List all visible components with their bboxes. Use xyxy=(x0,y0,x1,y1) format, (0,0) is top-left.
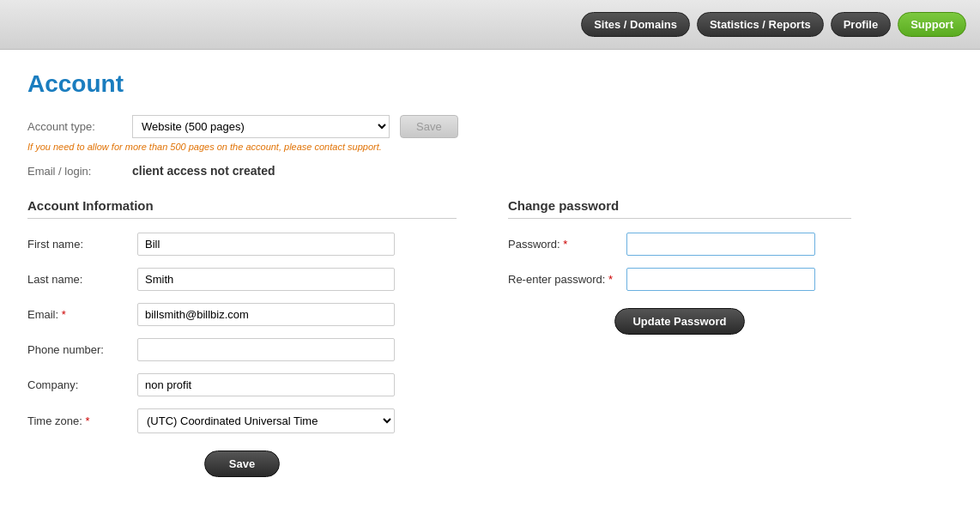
password-label: Password: * xyxy=(508,238,620,251)
first-name-input[interactable] xyxy=(137,233,395,256)
email-login-label: Email / login: xyxy=(27,165,122,178)
account-info-section: Account Information First name: Last nam… xyxy=(27,198,457,477)
top-navigation: Sites / Domains Statistics / Reports Pro… xyxy=(0,0,980,50)
first-name-row: First name: xyxy=(27,233,457,256)
main-content: Account Account type: Website (500 pages… xyxy=(0,50,980,508)
reenter-required-marker: * xyxy=(608,273,613,286)
password-required-marker: * xyxy=(563,238,567,251)
timezone-row: Time zone: * (UTC) Coordinated Universal… xyxy=(27,408,457,433)
last-name-row: Last name: xyxy=(27,268,457,291)
account-type-select[interactable]: Website (500 pages)Website (1000 pages)W… xyxy=(132,115,390,138)
email-row: Email: * xyxy=(27,303,457,326)
update-password-button[interactable]: Update Password xyxy=(614,308,744,335)
account-type-label: Account type: xyxy=(27,120,122,133)
timezone-select[interactable]: (UTC) Coordinated Universal Time (UTC-05… xyxy=(137,408,395,433)
account-info-title: Account Information xyxy=(27,198,457,219)
company-label: Company: xyxy=(27,378,130,391)
phone-input[interactable] xyxy=(137,338,395,361)
reenter-password-input[interactable] xyxy=(626,268,815,291)
company-input[interactable] xyxy=(137,373,395,396)
phone-row: Phone number: xyxy=(27,338,457,361)
sites-domains-button[interactable]: Sites / Domains xyxy=(581,12,690,37)
timezone-required-marker: * xyxy=(85,414,89,427)
password-input[interactable] xyxy=(626,233,815,256)
password-row: Password: * xyxy=(508,233,851,256)
support-button[interactable]: Support xyxy=(898,12,966,37)
two-column-layout: Account Information First name: Last nam… xyxy=(27,198,953,477)
profile-button[interactable]: Profile xyxy=(831,12,891,37)
save-top-button[interactable]: Save xyxy=(400,115,458,138)
phone-label: Phone number: xyxy=(27,343,130,356)
reenter-password-label: Re-enter password: * xyxy=(508,273,620,286)
account-type-row: Account type: Website (500 pages)Website… xyxy=(27,115,953,138)
reenter-password-row: Re-enter password: * xyxy=(508,268,851,291)
email-label: Email: * xyxy=(27,308,130,321)
last-name-input[interactable] xyxy=(137,268,395,291)
statistics-reports-button[interactable]: Statistics / Reports xyxy=(697,12,824,37)
save-bottom-button[interactable]: Save xyxy=(204,451,280,477)
email-login-value: client access not created xyxy=(132,164,275,178)
change-password-section: Change password Password: * Re-enter pas… xyxy=(508,198,851,335)
email-required-marker: * xyxy=(62,308,66,321)
email-login-row: Email / login: client access not created xyxy=(27,164,953,178)
company-row: Company: xyxy=(27,373,457,396)
last-name-label: Last name: xyxy=(27,273,130,286)
account-type-hint: If you need to allow for more than 500 p… xyxy=(27,142,953,152)
timezone-label: Time zone: * xyxy=(27,414,130,427)
first-name-label: First name: xyxy=(27,238,130,251)
change-password-title: Change password xyxy=(508,198,851,219)
page-title: Account xyxy=(27,70,953,98)
email-input[interactable] xyxy=(137,303,395,326)
